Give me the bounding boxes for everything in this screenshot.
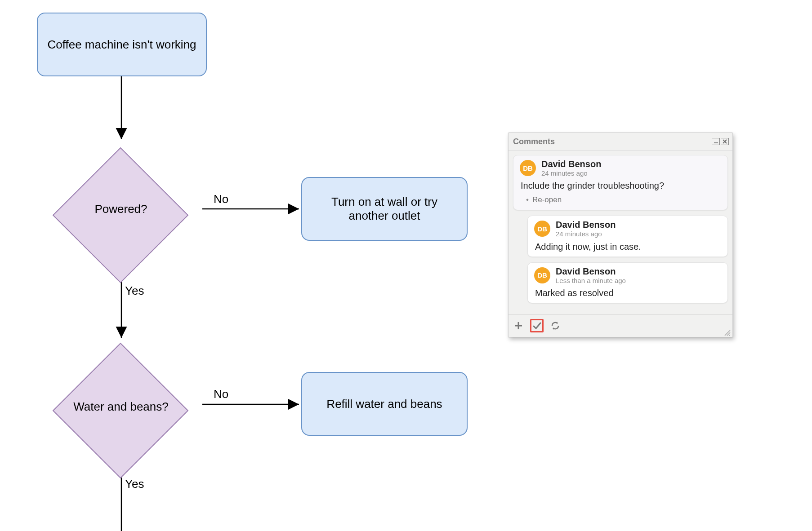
comment-reply[interactable]: DB David Benson Less than a minute ago M… <box>527 262 728 303</box>
refresh-icon <box>550 321 560 331</box>
resize-grip-icon[interactable] <box>723 329 731 336</box>
comment-thread[interactable]: DB David Benson 24 minutes ago Include t… <box>513 155 728 210</box>
plus-icon <box>514 321 523 330</box>
node-refill-label: Refill water and beans <box>326 397 442 411</box>
edge-water-no: No <box>214 387 228 401</box>
comments-title: Comments <box>513 137 555 146</box>
comment-author: David Benson <box>541 159 601 169</box>
edge-powered-no: No <box>214 192 228 206</box>
close-button[interactable] <box>721 138 729 145</box>
node-powered[interactable]: Powered? <box>40 142 202 276</box>
avatar: DB <box>520 160 536 176</box>
comment-body: Marked as resolved <box>528 285 727 303</box>
comments-body: DB David Benson 24 minutes ago Include t… <box>509 150 732 314</box>
node-start[interactable]: Coffee machine isn't working <box>37 13 207 76</box>
minimize-icon <box>714 142 718 143</box>
edge-water-yes: Yes <box>125 477 144 491</box>
comments-footer <box>509 314 732 337</box>
comment-author: David Benson <box>556 266 626 277</box>
comments-panel[interactable]: Comments DB David Benson 24 minutes ago … <box>508 133 733 337</box>
node-water-beans-label: Water and beans? <box>73 400 169 414</box>
reopen-action[interactable]: Re-open <box>513 195 727 210</box>
avatar: DB <box>534 267 550 283</box>
close-icon <box>723 139 727 144</box>
comment-time: 24 minutes ago <box>541 169 601 177</box>
add-comment-button[interactable] <box>513 320 524 331</box>
node-powered-label: Powered? <box>94 202 147 216</box>
svg-line-11 <box>729 335 730 336</box>
avatar: DB <box>534 221 550 237</box>
edge-powered-yes: Yes <box>125 284 144 298</box>
checkmark-icon <box>532 321 541 330</box>
node-start-label: Coffee machine isn't working <box>47 38 196 52</box>
node-outlet-label: Turn on at wall or try another outlet <box>311 195 458 223</box>
node-water-beans[interactable]: Water and beans? <box>40 339 202 474</box>
minimize-button[interactable] <box>712 138 720 145</box>
node-outlet[interactable]: Turn on at wall or try another outlet <box>301 177 468 241</box>
comment-author: David Benson <box>556 220 616 230</box>
comment-body: Include the grinder troubleshooting? <box>513 178 727 195</box>
comment-time: Less than a minute ago <box>556 277 626 284</box>
node-refill[interactable]: Refill water and beans <box>301 372 468 436</box>
comments-header[interactable]: Comments <box>509 133 732 150</box>
refresh-button[interactable] <box>550 320 561 331</box>
comment-reply[interactable]: DB David Benson 24 minutes ago Adding it… <box>527 216 728 257</box>
resolve-toggle-button[interactable] <box>530 319 544 332</box>
comment-body: Adding it now, just in case. <box>528 239 727 257</box>
comment-time: 24 minutes ago <box>556 230 616 238</box>
